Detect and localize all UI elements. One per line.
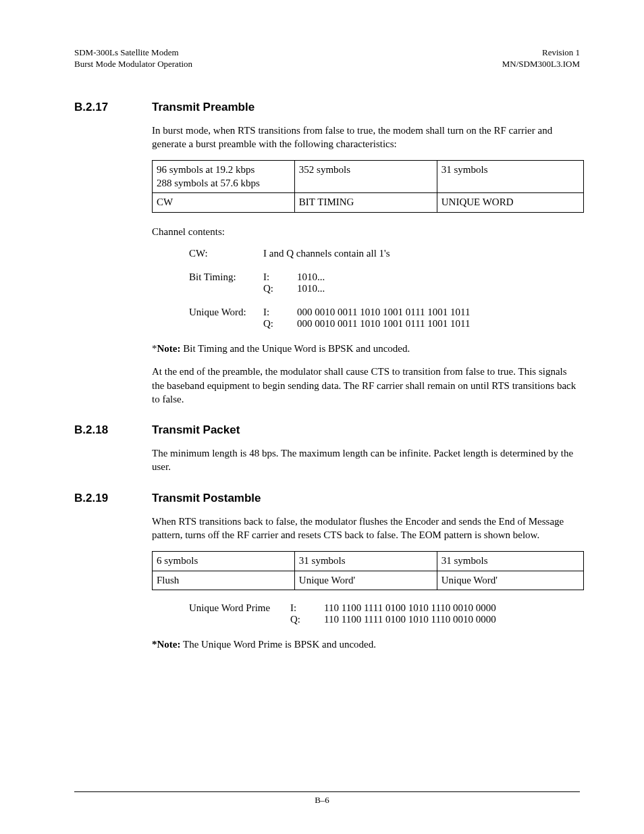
uwp-i-label: I: [290,602,324,614]
table-cell: Flush [153,571,295,590]
table-cell: Unique Word' [294,571,437,590]
section-b217-heading: B.2.17 Transmit Preamble [74,101,580,114]
uw-i-value: 000 0010 0011 1010 1001 0111 1001 1011 [297,307,471,318]
table-cell: CW [153,193,295,213]
cw-row: CW: I and Q channels contain all 1's [189,248,580,259]
note-text: The Unique Word Prime is BPSK and uncode… [180,639,375,650]
note-text: Bit Timing and the Unique Word is BPSK a… [180,343,410,354]
unique-word-row: Unique Word: I: 000 0010 0011 1010 1001 … [189,307,580,330]
page: SDM-300Ls Satellite Modem Burst Mode Mod… [0,0,644,834]
footer-rule [74,791,580,792]
uw-q-label: Q: [263,318,297,330]
table-cell: 31 symbols [437,552,583,571]
uw-i-label: I: [263,307,297,318]
note-asterisk: * [152,343,157,354]
page-header: SDM-300Ls Satellite Modem Burst Mode Mod… [74,47,580,70]
s19-intro: When RTS transitions back to false, the … [152,515,580,542]
uwp-q-value: 110 1100 1111 0100 1010 1110 0010 0000 [324,614,496,625]
table-cell: UNIQUE WORD [437,193,583,213]
bt-i-label: I: [263,271,297,283]
uw-label: Unique Word: [189,307,263,330]
section-title: Transmit Postamble [152,492,261,505]
header-right: Revision 1 MN/SDM300L3.IOM [502,47,580,70]
bt-q-value: 1010... [297,283,325,294]
bt-label: Bit Timing: [189,271,263,294]
section-number: B.2.19 [74,492,152,505]
table-cell: Unique Word' [437,571,583,590]
s19-note: *Note: The Unique Word Prime is BPSK and… [152,637,580,651]
section-title: Transmit Preamble [152,101,254,114]
cw-value: I and Q channels contain all 1's [263,248,390,259]
section-number: B.2.18 [74,423,152,437]
channel-contents-label: Channel contents: [152,225,580,238]
uwp-i-value: 110 1100 1111 0100 1010 1110 0010 0000 [324,602,496,614]
s18-body: The minimum length is 48 bps. The maximu… [152,446,580,474]
s17-intro: In burst mode, when RTS transitions from… [152,124,580,151]
table-cell: 6 symbols [153,552,295,571]
note-asterisk: * [152,639,157,650]
note-bold: Note: [157,343,181,354]
bt-q-label: Q: [263,283,297,294]
s17-table: 96 symbols at 19.2 kbps 288 symbols at 5… [152,160,584,213]
bt-i-value: 1010... [297,271,325,283]
header-left: SDM-300Ls Satellite Modem Burst Mode Mod… [74,47,192,70]
table-cell: BIT TIMING [294,193,437,213]
bit-timing-row: Bit Timing: I: 1010... Q: 1010... [189,271,580,294]
table-cell: 96 symbols at 19.2 kbps 288 symbols at 5… [153,161,295,193]
note-bold: Note: [157,639,181,650]
table-cell: 31 symbols [437,161,583,193]
section-title: Transmit Packet [152,423,240,437]
section-b219-heading: B.2.19 Transmit Postamble [74,492,580,505]
uwp-label: Unique Word Prime [189,602,290,625]
uwp-q-label: Q: [290,614,324,625]
cw-label: CW: [189,248,263,259]
unique-word-prime-row: Unique Word Prime I: 110 1100 1111 0100 … [189,602,580,625]
table-cell: 352 symbols [294,161,437,193]
s17-outro: At the end of the preamble, the modulato… [152,365,580,406]
section-b218-heading: B.2.18 Transmit Packet [74,423,580,437]
table-cell: 31 symbols [294,552,437,571]
channel-definitions: CW: I and Q channels contain all 1's Bit… [189,248,580,330]
uw-q-value: 000 0010 0011 1010 1001 0111 1001 1011 [297,318,471,330]
s19-table: 6 symbols 31 symbols 31 symbols Flush Un… [152,551,584,590]
section-number: B.2.17 [74,101,152,114]
page-number: B–6 [0,795,644,806]
s17-note: *Note: Bit Timing and the Unique Word is… [152,342,580,355]
